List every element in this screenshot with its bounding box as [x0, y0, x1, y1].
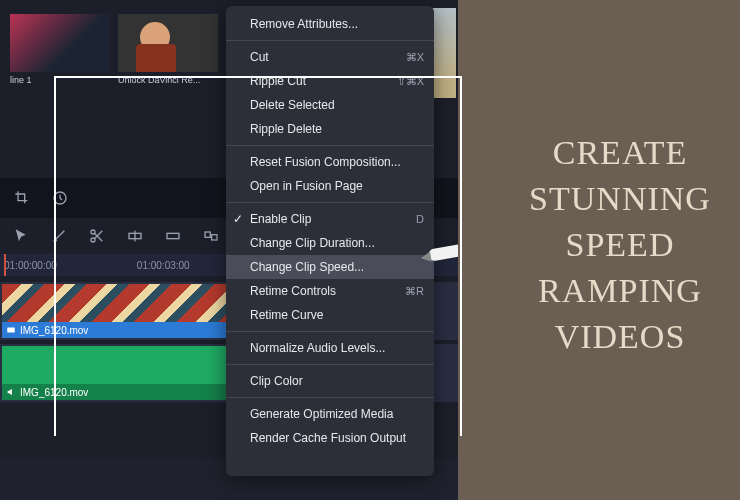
menu-item-label: Change Clip Speed...: [250, 260, 364, 274]
media-thumbnail[interactable]: [118, 14, 218, 72]
menu-item-label: Enable Clip: [250, 212, 311, 226]
menu-item-label: Retime Controls: [250, 284, 336, 298]
retime-icon[interactable]: [48, 188, 72, 208]
media-thumbnail[interactable]: [10, 14, 110, 72]
menu-shortcut: ⌘X: [406, 51, 424, 64]
menu-item-label: Change Clip Duration...: [250, 236, 375, 250]
scissors-icon[interactable]: [86, 225, 108, 247]
blade-icon[interactable]: [48, 225, 70, 247]
menu-item-label: Delete Selected: [250, 98, 335, 112]
clip-icon: [6, 325, 16, 335]
menu-item-label: Ripple Delete: [250, 122, 322, 136]
crop-icon[interactable]: [10, 188, 34, 208]
menu-separator: [226, 331, 434, 332]
menu-item-label: Clip Color: [250, 374, 303, 388]
menu-item[interactable]: Ripple Delete: [226, 117, 434, 141]
menu-shortcut: ⌘R: [405, 285, 424, 298]
insert-icon[interactable]: [124, 225, 146, 247]
menu-item[interactable]: Generate Optimized Media: [226, 402, 434, 426]
headline-line: SPEED RAMPING: [500, 222, 740, 314]
menu-item-label: Open in Fusion Page: [250, 179, 363, 193]
timecode-tick: 01:00:00:00: [4, 260, 57, 271]
pointer-icon[interactable]: [10, 225, 32, 247]
video-editor-panel: line 1 Unlock DaVinci Re... 01:00:00:00 …: [0, 0, 458, 500]
headline-line: CREATE: [500, 130, 740, 176]
headline-line: VIDEOS: [500, 314, 740, 360]
menu-separator: [226, 145, 434, 146]
menu-separator: [226, 364, 434, 365]
menu-item[interactable]: Normalize Audio Levels...: [226, 336, 434, 360]
menu-item-label: Normalize Audio Levels...: [250, 341, 385, 355]
menu-separator: [226, 40, 434, 41]
menu-item[interactable]: Remove Attributes...: [226, 12, 434, 36]
svg-rect-4: [167, 233, 179, 238]
menu-item[interactable]: Enable ClipD: [226, 207, 434, 231]
menu-item-label: Retime Curve: [250, 308, 323, 322]
menu-item[interactable]: Cut⌘X: [226, 45, 434, 69]
menu-item-label: Generate Optimized Media: [250, 407, 393, 421]
menu-item-label: Remove Attributes...: [250, 17, 358, 31]
thumb-label: line 1: [10, 75, 32, 85]
frame-line: [54, 76, 462, 78]
svg-rect-6: [212, 235, 217, 240]
menu-separator: [226, 202, 434, 203]
replace-icon[interactable]: [200, 225, 222, 247]
menu-item[interactable]: Reset Fusion Composition...: [226, 150, 434, 174]
menu-item[interactable]: Ripple Cut⇧⌘X: [226, 69, 434, 93]
menu-item[interactable]: Delete Selected: [226, 93, 434, 117]
menu-item[interactable]: Open in Fusion Page: [226, 174, 434, 198]
frame-line: [460, 76, 462, 436]
overwrite-icon[interactable]: [162, 225, 184, 247]
speaker-icon: [6, 387, 16, 397]
menu-item-label: Cut: [250, 50, 269, 64]
svg-rect-5: [205, 232, 210, 237]
timecode-tick: 01:00:03:00: [137, 260, 190, 271]
menu-item-label: Reset Fusion Composition...: [250, 155, 401, 169]
menu-item[interactable]: Change Clip Duration...: [226, 231, 434, 255]
menu-item-label: Render Cache Fusion Output: [250, 431, 406, 445]
menu-item[interactable]: Clip Color: [226, 369, 434, 393]
menu-item[interactable]: Retime Curve: [226, 303, 434, 327]
menu-shortcut: D: [416, 213, 424, 225]
frame-line: [54, 76, 56, 436]
headline-line: STUNNING: [500, 176, 740, 222]
menu-item[interactable]: Render Cache Fusion Output: [226, 426, 434, 450]
menu-item[interactable]: Change Clip Speed...: [226, 255, 434, 279]
menu-separator: [226, 397, 434, 398]
headline-text: CREATE STUNNING SPEED RAMPING VIDEOS: [500, 130, 740, 359]
menu-item[interactable]: Retime Controls⌘R: [226, 279, 434, 303]
svg-rect-8: [7, 328, 15, 333]
